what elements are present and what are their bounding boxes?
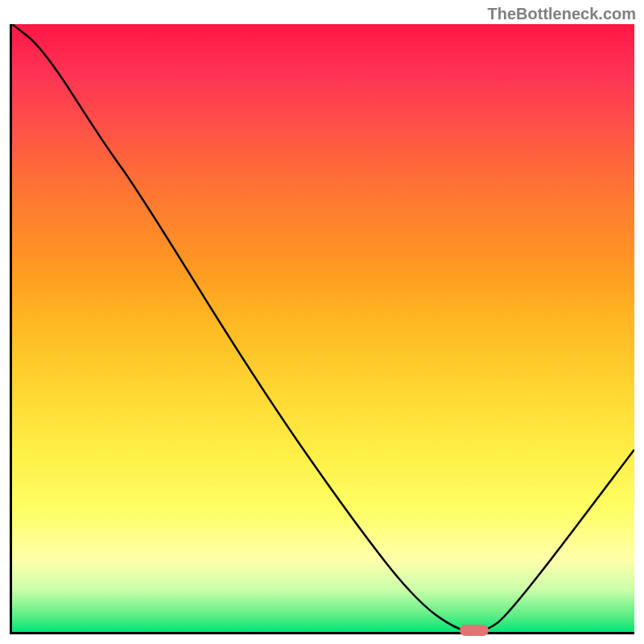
optimal-marker [460, 625, 489, 636]
chart-container [10, 24, 634, 634]
watermark-text: TheBottleneck.com [488, 5, 636, 23]
bottleneck-curve [12, 24, 634, 632]
